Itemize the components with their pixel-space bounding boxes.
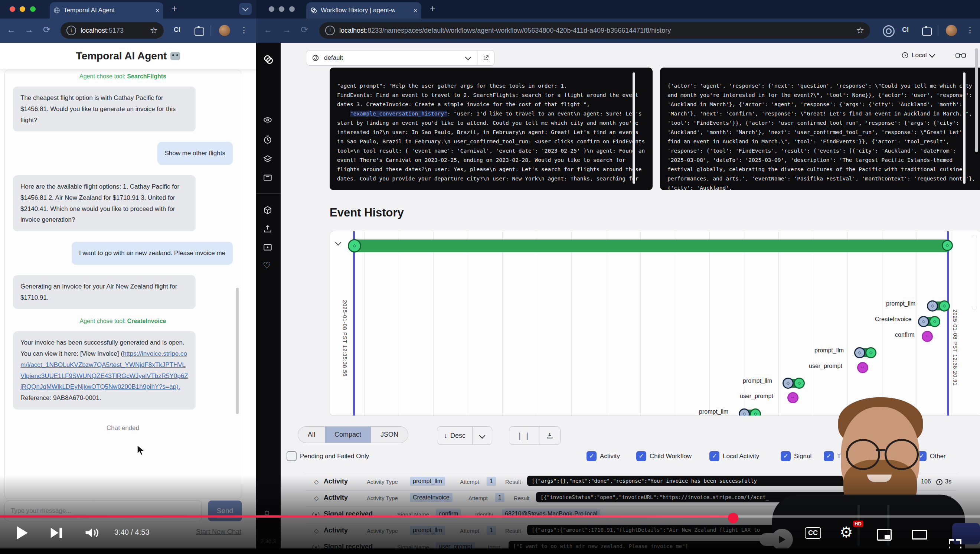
minimize-window-button[interactable] [279, 6, 284, 12]
code-scrollbar[interactable] [633, 72, 635, 184]
nav-labs-icon[interactable] [263, 242, 272, 252]
timeline-start-time: 2025-01-08 PST 12:35:38.56 [342, 300, 348, 377]
nav-feedback-icon[interactable]: ♡ [263, 260, 271, 271]
minimize-window-button[interactable] [20, 6, 25, 12]
close-tab-icon[interactable]: × [413, 6, 418, 15]
browser-menu-icon[interactable]: ⋮ [966, 25, 974, 35]
back-button[interactable]: ← [7, 24, 16, 35]
signal-marker[interactable] [922, 331, 933, 342]
extension-ci-icon[interactable]: Ci [902, 26, 909, 34]
back-button[interactable]: ← [264, 24, 272, 35]
nav-import-icon[interactable] [263, 224, 272, 234]
close-tab-icon[interactable]: × [155, 6, 160, 15]
pause-feed-button[interactable]: ❘❘ [509, 431, 539, 440]
maximize-window-button[interactable] [30, 6, 36, 12]
site-info-icon[interactable]: i [67, 25, 76, 35]
mouse-cursor [137, 445, 146, 456]
miniplayer-button[interactable] [877, 529, 892, 541]
chat-scrollbar[interactable] [236, 288, 239, 414]
maximize-window-button[interactable] [289, 6, 295, 12]
activity-completed-marker[interactable] [939, 300, 950, 312]
reload-button[interactable]: ⟳ [43, 24, 51, 35]
reload-button[interactable]: ⟳ [301, 24, 308, 35]
workflow-execution-bar[interactable] [354, 239, 948, 252]
browser-tab[interactable]: Workflow History | agent-wor × [306, 2, 421, 19]
profile-avatar[interactable] [946, 25, 957, 36]
nav-archival-icon[interactable] [263, 173, 272, 182]
sort-options-chevron[interactable] [473, 432, 492, 439]
new-tab-button[interactable]: + [172, 3, 177, 14]
result-payload-panel[interactable]: {'actor': 'agent', 'response': {'next': … [660, 68, 980, 190]
timeline-expand-chevron[interactable] [336, 239, 340, 246]
view-compact-button[interactable]: Compact [325, 427, 371, 443]
play-button[interactable] [16, 525, 29, 541]
data-encoder-icon[interactable] [956, 52, 966, 60]
next-button[interactable] [50, 527, 63, 539]
forward-button[interactable]: → [282, 24, 291, 35]
nav-workflows-icon[interactable] [263, 115, 272, 125]
bookmark-star-icon[interactable]: ☆ [150, 25, 158, 36]
close-window-button[interactable] [10, 6, 15, 12]
code-scrollbar[interactable] [963, 72, 966, 184]
workflow-end-marker[interactable] [942, 240, 953, 251]
theater-mode-button[interactable] [912, 530, 927, 540]
bookmark-star-icon[interactable]: ☆ [856, 25, 864, 36]
activity-scheduled-marker[interactable] [927, 300, 938, 312]
volume-icon[interactable] [84, 527, 100, 539]
input-payload-panel[interactable]: "agent_prompt": "Help the user gather ar… [329, 68, 652, 190]
person-mouth [867, 474, 892, 482]
browser-tab[interactable]: Temporal AI Agent × [50, 2, 163, 19]
page-scrollbar[interactable] [975, 48, 978, 152]
address-bar[interactable]: i localhost:5173 ☆ [60, 22, 164, 38]
captions-button[interactable]: CC [805, 527, 821, 539]
workflow-start-marker[interactable] [348, 239, 361, 253]
namespace-select[interactable]: default [306, 50, 495, 66]
temporal-sidebar: ♡ ☼ 2.30.3 [256, 43, 281, 548]
sort-order-button: ↓ Desc [437, 426, 492, 445]
address-bar[interactable]: i localhost:8233/namespaces/default/work… [319, 22, 870, 38]
tab-search-button[interactable] [239, 3, 252, 15]
namespace-icon [312, 54, 320, 62]
filter-child-workflow[interactable]: ✓Child Workflow [636, 451, 692, 461]
filter-local-activity[interactable]: ✓Local Activity [710, 451, 759, 461]
new-tab-button[interactable]: + [430, 3, 436, 14]
nav-namespaces-icon[interactable] [263, 154, 272, 164]
timeline-scrollbar[interactable] [972, 235, 977, 310]
filter-activity[interactable]: ✓Activity [587, 451, 620, 461]
temporal-logo[interactable] [263, 54, 274, 65]
chat-ended-status: Chat ended [13, 424, 233, 432]
timeline-start-line [353, 231, 355, 416]
highlighted-json-key: "example_conversation_history" [350, 111, 447, 116]
nav-batch-icon[interactable] [263, 205, 272, 215]
settings-gear-icon[interactable]: ⚙ [840, 524, 853, 541]
globe-favicon-icon [54, 7, 60, 14]
close-window-button[interactable] [269, 6, 274, 12]
extensions-puzzle-icon[interactable] [922, 27, 932, 36]
profile-avatar[interactable] [219, 25, 230, 36]
url-host: localhost [81, 27, 107, 34]
start-new-chat-link[interactable]: Start New Chat [196, 528, 241, 536]
download-history-button[interactable] [539, 432, 560, 439]
forward-button[interactable]: → [24, 24, 33, 35]
extensions-puzzle-icon[interactable] [194, 27, 204, 36]
letterbox-bar [0, 548, 980, 554]
site-info-icon[interactable]: i [325, 25, 335, 35]
toolbar-divider [938, 25, 939, 36]
open-namespace-icon[interactable] [477, 54, 495, 61]
view-json-button[interactable]: JSON [371, 427, 408, 443]
time-zone-select[interactable]: Local [901, 52, 934, 59]
pause-download-group: ❘❘ [509, 426, 560, 445]
checkbox-checked: ✓ [587, 451, 597, 461]
pending-failed-filter[interactable]: Pending and Failed Only [286, 451, 369, 461]
message-input[interactable] [5, 500, 202, 521]
extension-ci-icon[interactable]: Ci [174, 26, 180, 34]
browser-menu-icon[interactable]: ⋮ [240, 25, 248, 35]
activity-icon: ◇ [314, 495, 318, 501]
nav-schedules-icon[interactable] [263, 135, 272, 145]
view-all-button[interactable]: All [298, 427, 325, 443]
video-frame: Temporal AI Agent × + ← → ⟳ i localhost:… [0, 0, 980, 554]
password-manager-icon[interactable] [883, 25, 895, 37]
sort-desc-button[interactable]: ↓ Desc [437, 432, 472, 439]
send-button[interactable]: Send [208, 500, 242, 521]
agent-message: Here are the available flight options: 1… [13, 175, 196, 231]
